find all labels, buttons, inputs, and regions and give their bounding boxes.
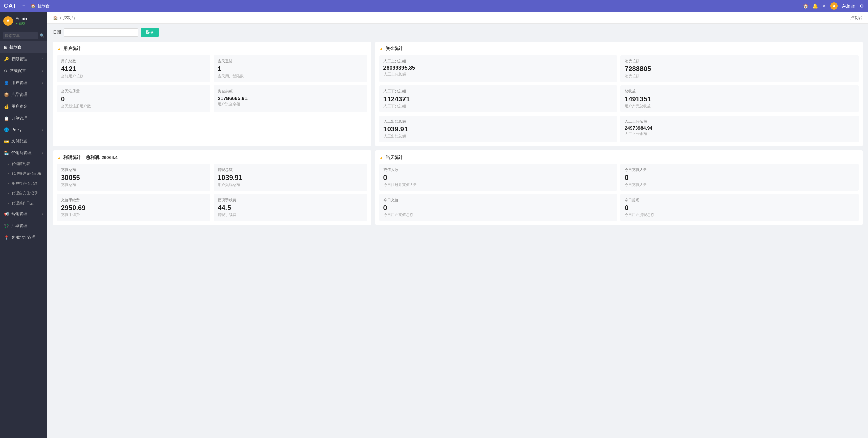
sidebar-sub-self-recharge[interactable]: 代理自充值记录	[0, 188, 47, 198]
chevron-icon: ›	[42, 151, 43, 155]
stat-value: 0	[625, 204, 854, 212]
stat-card-total-income: 总收益 1491351 用户产品总收益	[620, 85, 859, 112]
admin-name-label: Admin	[842, 3, 855, 9]
sidebar-item-user-funds[interactable]: 💰 用户资金 ›	[0, 101, 47, 112]
sidebar-sub-op-log[interactable]: 代理操作日志	[0, 198, 47, 208]
sidebar-item-label: 权限管理	[11, 56, 27, 62]
stat-label: 今日充值	[383, 197, 613, 203]
header-close-icon[interactable]: ✕	[822, 3, 826, 9]
stat-card-recharge-total: 充值总额 30055 充值总额	[57, 164, 210, 191]
breadcrumb-home-icon: 🏠	[53, 16, 58, 20]
stat-value: 24973984.94	[625, 125, 854, 131]
stat-card-today-login: 当天登陆 1 当天用户登陆数	[214, 55, 367, 82]
date-input[interactable]	[64, 28, 138, 37]
sidebar-item-dashboard[interactable]: ⊞ 控制台	[0, 41, 47, 53]
sidebar-item-payment[interactable]: 💳 支付配置	[0, 135, 47, 147]
sidebar-item-label: 常规配置	[10, 68, 26, 74]
sidebar-item-label: 产品管理	[11, 92, 27, 98]
sidebar-item-marketing[interactable]: 📢 营销管理 ›	[0, 208, 47, 220]
stat-value: 1	[218, 65, 363, 73]
header-left: CAT ≡ 🏠 控制台	[4, 3, 50, 9]
filter-row: 日期 提交	[53, 28, 863, 37]
stat-value: 4121	[61, 65, 206, 73]
stat-value: 0	[61, 95, 206, 103]
profit-stats-grid: 充值总额 30055 充值总额 提现总额 1039.91 用户提现总额 充值手续…	[57, 164, 367, 221]
header-home-icon[interactable]: 🏠	[803, 3, 808, 9]
stat-card-manual-up: 人工上分总额 26099395.85 人工上分总额	[379, 55, 617, 82]
content-body: 日期 提交 ▲ 用户统计 用户总数 4121 当前用户总数	[47, 24, 868, 233]
stat-value: 2950.69	[61, 204, 206, 212]
profit-stats-section: ▲ 利润统计 总利润: 26064.4 充值总额 30055 充值总额	[53, 150, 371, 225]
stat-value: 44.5	[218, 204, 363, 212]
stat-card-withdraw-total: 提现总额 1039.91 用户提现总额	[214, 164, 367, 191]
breadcrumb-separator: /	[60, 16, 61, 20]
exchange-icon: 💱	[4, 224, 9, 228]
content-area: 🏠 / 控制台 控制台 日期 提交 ▲ 用户统计	[47, 12, 868, 438]
user-name: Admin	[16, 16, 27, 21]
header-breadcrumb-label: 控制台	[38, 3, 50, 9]
menu-icon[interactable]: ≡	[22, 3, 25, 9]
submit-button[interactable]: 提交	[141, 28, 159, 37]
stat-value: 1491351	[625, 95, 854, 103]
stat-card-recharge-fee: 充值手续费 2950.69 充值手续费	[57, 194, 210, 221]
sidebar-item-exchange[interactable]: 💱 汇率管理	[0, 220, 47, 232]
stat-label: 用户总数	[61, 59, 206, 64]
stat-desc: 人工上分余额	[625, 131, 854, 137]
stat-value: 30055	[61, 174, 206, 182]
stat-card-today-register: 当天注册量 0 当天新注册用户数	[57, 85, 210, 112]
total-profit-label: 总利润: 26064.4	[86, 154, 118, 161]
sidebar-item-products[interactable]: 📦 产品管理	[0, 89, 47, 101]
sidebar-item-proxy[interactable]: 🌐 Proxy ›	[0, 124, 47, 135]
stat-label: 提现总额	[218, 167, 363, 172]
warning-icon: ▲	[379, 155, 384, 160]
header-breadcrumb: 🏠 控制台	[31, 3, 50, 9]
today-stats-grid: 充值人数 0 今日注册并充值人数 今日充值人数 0 今日充值人数 今日充值 0	[379, 164, 859, 221]
top-header: CAT ≡ 🏠 控制台 🏠 🔔 ✕ A Admin ⚙	[0, 0, 868, 12]
stat-value: 1039.91	[383, 125, 613, 133]
sidebar-item-service[interactable]: 📍 客服地址管理	[0, 232, 47, 244]
search-input[interactable]	[3, 32, 38, 39]
content-header: 🏠 / 控制台 控制台	[47, 12, 868, 24]
profit-stats-title: ▲ 利润统计 总利润: 26064.4	[57, 154, 367, 161]
stat-desc: 充值总额	[61, 182, 206, 187]
warning-icon: ▲	[379, 46, 384, 51]
stat-label: 当天注册量	[61, 89, 206, 94]
proxy-icon: 🌐	[4, 127, 9, 132]
marketing-icon: 📢	[4, 212, 9, 216]
header-settings-icon[interactable]: ⚙	[860, 3, 864, 9]
sidebar-item-orders[interactable]: 📋 订单管理 ›	[0, 112, 47, 124]
header-bell-icon[interactable]: 🔔	[812, 3, 818, 9]
stat-label: 人工出款总额	[383, 119, 613, 124]
chevron-icon: ›	[42, 57, 43, 61]
stat-card-today-recharge-users: 充值人数 0 今日注册并充值人数	[379, 164, 617, 191]
sidebar-item-config[interactable]: ⚙ 常规配置 ›	[0, 65, 47, 77]
sidebar-item-label: 用户资金	[11, 104, 27, 109]
sidebar-sub-reseller-recharge[interactable]: 代理账户充值记录	[0, 169, 47, 179]
stat-desc: 用户资金余额	[218, 102, 363, 107]
stat-label: 当天登陆	[218, 59, 363, 64]
stat-label: 提现手续费	[218, 197, 363, 203]
stat-value: 0	[383, 174, 613, 182]
stat-value: 26099395.85	[383, 65, 613, 71]
stat-desc: 当前用户总数	[61, 74, 206, 79]
stat-desc: 今日用户提现总额	[625, 212, 854, 217]
search-button[interactable]: 🔍	[40, 33, 45, 38]
today-stats-title: ▲ 当天统计	[379, 154, 859, 161]
stat-label: 充值人数	[383, 167, 613, 172]
sidebar-user: A Admin ● 在线	[0, 12, 47, 30]
stat-desc: 人工出款总额	[383, 134, 613, 139]
sidebar-search: 🔍	[0, 30, 47, 41]
sidebar-item-reseller[interactable]: 🏪 代销商管理 ›	[0, 147, 47, 159]
orders-icon: 📋	[4, 116, 9, 121]
sidebar-sub-user-recharge[interactable]: 用户帮充值记录	[0, 179, 47, 188]
chevron-icon: ›	[42, 81, 43, 85]
sidebar-item-users[interactable]: 👤 用户管理 ›	[0, 77, 47, 89]
users-icon: 👤	[4, 81, 9, 85]
stat-desc: 今日充值人数	[625, 182, 854, 187]
warning-icon: ▲	[57, 155, 61, 160]
stat-label: 充值手续费	[61, 197, 206, 203]
reseller-icon: 🏪	[4, 151, 9, 155]
sidebar-sub-reseller-list[interactable]: 代销商列表	[0, 159, 47, 169]
stat-card-today-recharge-count: 今日充值人数 0 今日充值人数	[620, 164, 859, 191]
sidebar-item-permissions[interactable]: 🔑 权限管理 ›	[0, 53, 47, 65]
